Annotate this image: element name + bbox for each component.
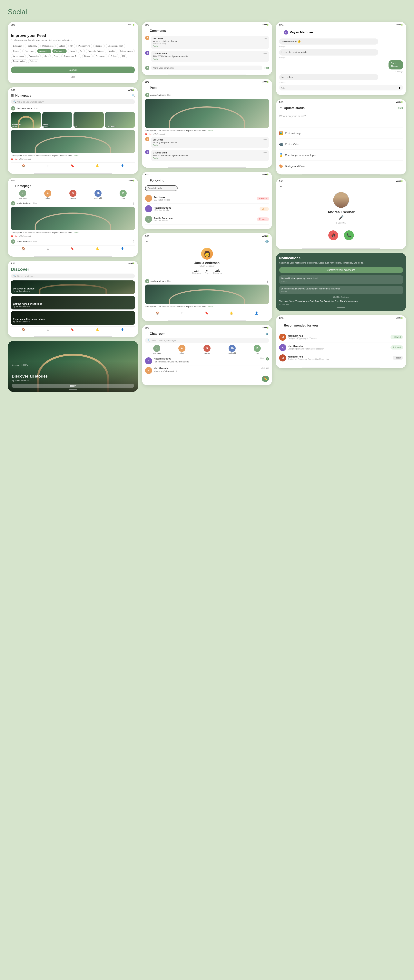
tag-culture2[interactable]: Culture (108, 54, 119, 58)
us-post-btn[interactable]: Post (398, 107, 403, 110)
comment-btn-post[interactable]: 💬 Comment (154, 133, 165, 135)
tag-science-tech2[interactable]: Science and Tech (61, 54, 81, 58)
more-link-hp1[interactable]: more (74, 154, 79, 157)
tag-art[interactable]: Art (78, 49, 85, 53)
fs-reply-button[interactable]: Reply (12, 383, 134, 388)
us-placeholder[interactable]: Whats on your mind ? (279, 114, 403, 126)
tag-economics3[interactable]: Economics (94, 54, 108, 58)
profile-nav-hp2[interactable]: 👤 (121, 247, 124, 251)
profile-nav-disc[interactable]: 👤 (121, 328, 124, 331)
more-dots-hp2-2[interactable]: ⋮ (132, 240, 135, 243)
tag-food[interactable]: Food (52, 54, 60, 58)
story-abdullahi-hp2[interactable]: Ab Abdullahi (86, 190, 110, 199)
send-btn-chat[interactable]: ▶ (399, 86, 401, 89)
like-btn-hp1[interactable]: ❤️ Like (11, 158, 17, 161)
tag-education[interactable]: Education (11, 44, 24, 48)
decline-btn[interactable]: 📵 (328, 231, 338, 240)
follow-remove-btn-3[interactable]: Remove (257, 218, 269, 221)
cr-story-eskar[interactable]: E Eskar (246, 345, 269, 354)
reply-link-2[interactable]: Reply (153, 58, 267, 60)
tag-design2[interactable]: Design (82, 54, 92, 58)
comment-input[interactable] (151, 65, 262, 70)
rec-btn-2[interactable]: Followed (390, 345, 403, 350)
tag-mathematics[interactable]: Mathematics (40, 44, 56, 48)
tag-design1[interactable]: Design (11, 49, 21, 53)
story-eskar-hp2[interactable]: E Eskar (111, 190, 135, 199)
bell-nav-hp2[interactable]: 🔔 (96, 247, 99, 251)
post-reply-2[interactable]: Reply (153, 157, 267, 159)
back-arrow-cr[interactable]: ← (145, 331, 148, 335)
profile-post-more[interactable]: ⋮ (266, 280, 269, 283)
back-arrow-improve[interactable]: ← (11, 28, 135, 32)
follow-remove-btn-1[interactable]: Remove (257, 197, 269, 200)
back-arrow-call[interactable]: ← (279, 185, 282, 188)
follow-undo-btn-2[interactable]: Undo (260, 207, 269, 211)
customize-btn[interactable]: Customize your experience (279, 267, 403, 273)
bookmark-nav-hp2[interactable]: 🔖 (71, 247, 74, 251)
profile-settings-icon[interactable]: ⚙️ (265, 240, 269, 245)
cr-search[interactable]: 🔍 Search friends, messages (145, 338, 269, 343)
story-news[interactable]: News (73, 112, 104, 128)
cr-story-yours[interactable]: + Your story (145, 345, 168, 354)
disc-card-2[interactable]: Get the ruined effect right By jamila an… (11, 296, 135, 309)
rec-btn-3[interactable]: Follow (393, 356, 403, 360)
us-option-badge[interactable]: 🏅 Give badge to an employee (279, 152, 403, 159)
home-nav-hp1[interactable]: 🏠 (22, 164, 25, 168)
cr-story-samira[interactable]: S Samira (195, 345, 219, 354)
home-nav-hp2[interactable]: 🏠 (22, 247, 25, 251)
cr-story-abdullahi[interactable]: Ab Abdullahi (220, 345, 244, 354)
post-more-link[interactable]: more (208, 129, 213, 132)
compose-fab[interactable]: ✏️ (262, 375, 269, 382)
story-your-hp2[interactable]: + Your story (11, 190, 35, 199)
bell-nav-hp1[interactable]: 🔔 (96, 164, 99, 168)
following-search[interactable] (145, 185, 178, 191)
back-arrow-following[interactable]: ← (145, 178, 148, 181)
post-reply-1[interactable]: Reply (153, 144, 267, 146)
home-nav-prof[interactable]: 🏠 (156, 312, 159, 315)
tag-ux[interactable]: UX (68, 44, 75, 48)
bookmark-nav-prof[interactable]: 🔖 (205, 312, 208, 315)
story-discover[interactable]: Discover allstories (11, 112, 41, 128)
chat-list-kim[interactable]: K Kim Marquino 5 hrs ago Maybe she's bor… (145, 366, 269, 375)
like-btn-post[interactable]: ❤️ Like (145, 133, 152, 135)
tag-entrepreneurs[interactable]: Entrepreneurs (118, 49, 135, 53)
disc-card-1[interactable]: Discover all stories By jamila anderson (11, 280, 135, 294)
tag-programming[interactable]: Programming (76, 44, 92, 48)
hamburger-icon[interactable]: ☰ (11, 94, 14, 97)
tag-islam[interactable]: Islam (42, 54, 51, 58)
grid-nav-hp2[interactable]: ⊞ (47, 247, 49, 251)
rec-btn-1[interactable]: Followed (390, 335, 403, 339)
home-nav-disc[interactable]: 🏠 (22, 328, 25, 331)
back-arrow-post[interactable]: ← (145, 85, 148, 89)
profile-nav-hp1[interactable]: 👤 (121, 164, 124, 168)
cr-story-adam[interactable]: A Adam (170, 345, 194, 354)
like-btn-hp2[interactable]: ❤️ Like (11, 235, 17, 237)
back-arrow-comments[interactable]: ← (145, 28, 148, 32)
tag-arabic[interactable]: Arabic (107, 49, 117, 53)
hp1-search[interactable]: 🔍 What do you want to know? (11, 99, 135, 104)
hamburger-icon-hp2[interactable]: ☰ (11, 184, 14, 188)
disc-card-3[interactable]: Experience like never before By jamila a… (11, 311, 135, 325)
tag-science[interactable]: Science (93, 44, 105, 48)
back-arrow-profile[interactable]: ← (145, 240, 148, 243)
chat-list-rayan[interactable]: R Rayan Marquee Now For some reason, we … (145, 356, 269, 366)
bookmark-nav-hp1[interactable]: 🔖 (71, 164, 74, 168)
discover-search[interactable]: 🔍 Search anything... (11, 274, 135, 278)
story-lorem[interactable]: Lorem ipsum (105, 112, 135, 128)
story-adam-hp2[interactable]: A Adam (36, 190, 60, 199)
post-comment-btn[interactable]: Post (264, 67, 269, 69)
tag-technology[interactable]: Technology (25, 44, 39, 48)
bookmark-nav-disc[interactable]: 🔖 (71, 328, 74, 331)
search-icon-hp1[interactable]: 🔍 (132, 94, 135, 97)
us-option-video[interactable]: 📹 Post a Video (279, 141, 403, 148)
bell-nav-disc[interactable]: 🔔 (96, 328, 99, 331)
next-button[interactable]: Next (3) (11, 67, 135, 73)
tag-news[interactable]: News (68, 49, 77, 53)
tag-science2[interactable]: Science (28, 59, 40, 64)
comment-btn-hp2[interactable]: 💬 Comment (19, 235, 31, 237)
more-link-hp2[interactable]: more (74, 232, 79, 234)
story-enjoying[interactable]: You'reenjoying (42, 112, 73, 128)
us-option-image[interactable]: 🖼️ Post an image (279, 130, 403, 137)
grid-nav-disc[interactable]: ⊞ (47, 328, 49, 331)
tag-economics2[interactable]: Economics (27, 54, 41, 58)
